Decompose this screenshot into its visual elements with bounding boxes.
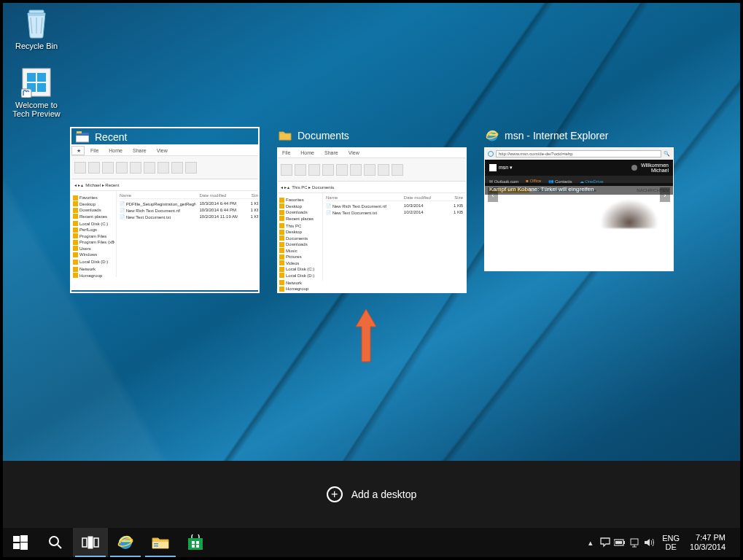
svg-rect-17 — [13, 543, 20, 549]
task-thumb-title: msn - Internet Explorer — [505, 130, 608, 141]
svg-rect-16 — [20, 535, 28, 542]
svg-rect-23 — [94, 538, 98, 547]
taskbar: ▴ ENGDE 7:47 PM10/3/2014 — [3, 528, 740, 557]
welcome-shortcut-icon[interactable]: Welcome to Tech Preview — [10, 66, 63, 118]
svg-rect-15 — [13, 536, 20, 542]
svg-rect-29 — [188, 538, 203, 550]
taskbar-store-button[interactable] — [178, 528, 213, 557]
svg-rect-2 — [27, 73, 36, 82]
task-view-button[interactable] — [73, 528, 108, 557]
svg-rect-28 — [154, 545, 158, 547]
taskbar-ie-button[interactable] — [108, 528, 143, 557]
recycle-bin-label: Recycle Bin — [10, 42, 63, 50]
ie-icon — [486, 129, 499, 142]
svg-rect-36 — [615, 541, 622, 544]
svg-rect-18 — [20, 542, 28, 550]
task-thumb-preview: http://www.msn.com/de-de/?ocid=iehp 🔍 ms… — [484, 147, 674, 271]
svg-rect-0 — [29, 10, 44, 13]
svg-rect-30 — [192, 541, 195, 544]
clock[interactable]: 7:47 PM10/3/2014 — [690, 533, 726, 552]
svg-rect-13 — [489, 164, 497, 171]
svg-rect-35 — [623, 541, 625, 544]
virtual-desktop-bar: + Add a desktop — [3, 461, 740, 528]
svg-rect-26 — [152, 542, 168, 548]
svg-rect-6 — [21, 89, 31, 98]
add-desktop-label: Add a desktop — [351, 489, 417, 500]
search-button[interactable] — [38, 528, 73, 557]
task-thumb-title: Recent — [95, 131, 127, 143]
add-desktop-button[interactable]: + Add a desktop — [327, 486, 417, 502]
start-button[interactable] — [3, 528, 38, 557]
svg-rect-5 — [37, 83, 46, 92]
svg-point-14 — [631, 165, 637, 171]
task-thumb-ie[interactable]: msn - Internet Explorer http://www.msn.c… — [484, 127, 675, 293]
recycle-bin-icon[interactable]: Recycle Bin — [10, 7, 63, 50]
volume-icon[interactable] — [643, 537, 655, 548]
battery-icon[interactable] — [614, 537, 626, 548]
task-thumb-preview: ★FileHomeShareView ◂ ▸ ▴Michael ▸ Recent… — [71, 146, 258, 289]
svg-rect-33 — [196, 545, 199, 548]
task-thumb-documents[interactable]: Documents FileHomeShareView ◂ ▸ ▴This PC… — [277, 127, 467, 293]
svg-rect-21 — [82, 538, 87, 547]
action-center-icon[interactable] — [599, 537, 611, 548]
svg-rect-9 — [77, 131, 82, 133]
svg-rect-8 — [76, 133, 89, 136]
language-indicator[interactable]: ENGDE — [662, 534, 680, 551]
network-icon[interactable] — [629, 537, 640, 548]
task-view: Recent ★FileHomeShareView ◂ ▸ ▴Michael ▸… — [70, 127, 675, 293]
svg-line-20 — [58, 545, 61, 548]
svg-rect-3 — [37, 73, 46, 82]
explorer-icon — [76, 131, 89, 144]
svg-rect-10 — [279, 132, 284, 133]
svg-rect-32 — [192, 545, 195, 548]
task-thumb-title: Documents — [297, 130, 349, 141]
svg-rect-31 — [196, 541, 199, 544]
svg-rect-37 — [631, 539, 638, 545]
annotation-arrow-icon — [354, 308, 378, 368]
plus-icon: + — [327, 486, 343, 502]
svg-rect-27 — [154, 543, 158, 545]
svg-rect-22 — [88, 537, 93, 548]
taskbar-explorer-button[interactable] — [143, 528, 178, 557]
svg-point-19 — [50, 537, 58, 545]
task-thumb-preview: FileHomeShareView ◂ ▸ ▴This PC ▸ Documen… — [277, 147, 467, 293]
tray-overflow-icon[interactable]: ▴ — [585, 537, 596, 548]
task-thumb-recent[interactable]: Recent ★FileHomeShareView ◂ ▸ ▴Michael ▸… — [70, 127, 260, 293]
folder-icon — [279, 129, 292, 142]
system-tray[interactable]: ▴ ENGDE 7:47 PM10/3/2014 — [580, 528, 740, 557]
welcome-shortcut-label: Welcome to Tech Preview — [10, 101, 63, 118]
